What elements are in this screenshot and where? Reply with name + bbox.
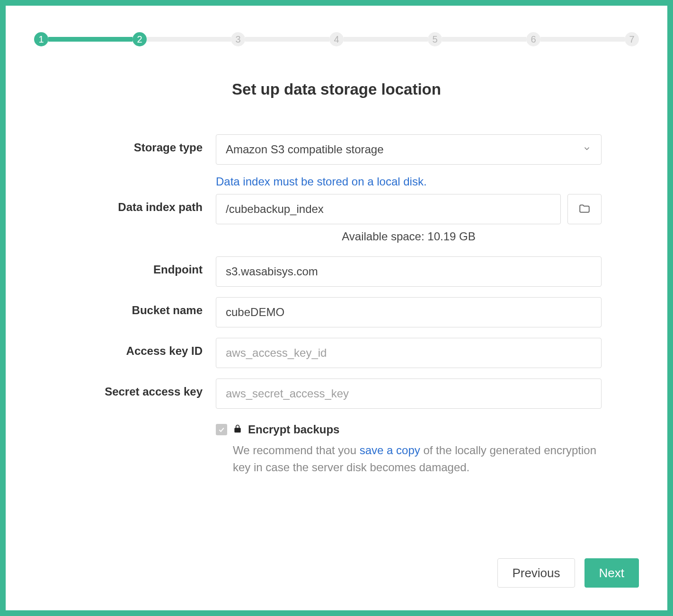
step-line-4-5 (344, 37, 428, 42)
step-6[interactable]: 6 (526, 32, 540, 46)
encrypt-help: We recommend that you save a copy of the… (216, 442, 602, 476)
bucket-input[interactable] (216, 297, 602, 327)
secret-key-input[interactable] (216, 378, 602, 409)
label-data-index: Data index path (71, 175, 216, 214)
step-5[interactable]: 5 (428, 32, 442, 46)
footer-buttons: Previous Next (497, 558, 639, 588)
row-storage-type: Storage type (71, 134, 602, 165)
lock-icon (233, 424, 242, 436)
encrypt-label: Encrypt backups (248, 423, 339, 436)
stepper: 1 2 3 4 5 6 7 (34, 32, 639, 46)
encrypt-checkbox[interactable] (216, 424, 227, 435)
page-title: Set up data storage location (34, 80, 639, 98)
step-line-1-2 (48, 37, 133, 42)
step-7[interactable]: 7 (625, 32, 639, 46)
storage-type-value[interactable] (216, 134, 602, 165)
step-line-6-7 (540, 37, 625, 42)
save-copy-link[interactable]: save a copy (360, 444, 420, 457)
row-bucket: Bucket name (71, 297, 602, 327)
row-encrypt: Encrypt backups We recommend that you sa… (71, 419, 602, 476)
step-4[interactable]: 4 (329, 32, 344, 46)
previous-button[interactable]: Previous (497, 558, 575, 588)
storage-type-select[interactable] (216, 134, 602, 165)
access-key-input[interactable] (216, 338, 602, 368)
label-secret-key: Secret access key (71, 378, 216, 398)
data-index-note: Data index must be stored on a local dis… (216, 175, 602, 188)
label-storage-type: Storage type (71, 134, 216, 154)
label-endpoint: Endpoint (71, 256, 216, 276)
row-endpoint: Endpoint (71, 256, 602, 287)
endpoint-input[interactable] (216, 256, 602, 287)
form: Storage type Data index path Data index … (71, 134, 602, 476)
row-access-key: Access key ID (71, 338, 602, 368)
browse-button[interactable] (567, 194, 602, 224)
next-button[interactable]: Next (584, 558, 639, 588)
step-line-2-3 (147, 37, 231, 42)
setup-card: 1 2 3 4 5 6 7 Set up data storage locati… (6, 6, 667, 610)
available-space: Available space: 10.19 GB (216, 230, 602, 243)
label-access-key: Access key ID (71, 338, 216, 358)
folder-icon (578, 202, 591, 216)
row-secret-key: Secret access key (71, 378, 602, 409)
row-data-index: Data index path Data index must be store… (71, 175, 602, 243)
data-index-path-input[interactable] (216, 194, 561, 224)
encrypt-help-prefix: We recommend that you (233, 444, 360, 457)
label-bucket: Bucket name (71, 297, 216, 317)
step-3[interactable]: 3 (231, 32, 245, 46)
step-line-3-4 (245, 37, 329, 42)
step-2[interactable]: 2 (133, 32, 147, 46)
step-1[interactable]: 1 (34, 32, 48, 46)
step-line-5-6 (442, 37, 526, 42)
